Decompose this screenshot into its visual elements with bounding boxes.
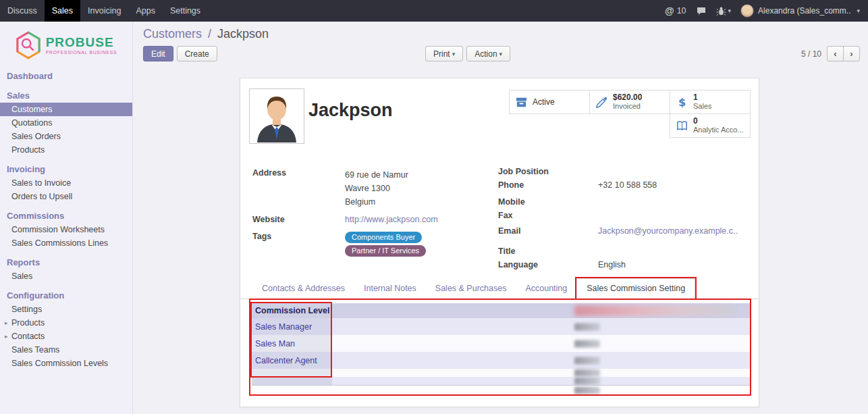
table-row-empty[interactable] <box>252 377 750 385</box>
pager-next-button[interactable]: › <box>843 46 860 61</box>
sidebar-section-dashboard[interactable]: Dashboard <box>0 68 132 83</box>
topbar-menu-apps[interactable]: Apps <box>128 0 163 22</box>
fields-right-column: Job Position Phone +32 10 588 558 Mobile… <box>498 167 749 274</box>
action-dropdown-button[interactable]: Action ▾ <box>466 46 510 61</box>
sidebar-item-label: Products <box>11 318 45 328</box>
table-row-empty[interactable] <box>252 369 750 377</box>
messages-icon[interactable] <box>696 6 707 16</box>
topbar-menu-invoicing[interactable]: Invoicing <box>80 0 128 22</box>
sidebar-item-customers[interactable]: Customers <box>0 103 132 116</box>
table-row[interactable]: Callcenter Agent <box>252 352 750 369</box>
redacted-header-blur <box>574 305 734 316</box>
pager-counter: 5 / 10 <box>801 49 821 59</box>
redacted-value-blur <box>574 369 600 377</box>
topbar-menu-settings[interactable]: Settings <box>163 0 208 22</box>
sidebar-item-sales-teams[interactable]: Sales Teams <box>0 343 132 357</box>
chevron-down-icon: ▾ <box>728 7 732 14</box>
mentions-counter[interactable]: @ 10 <box>665 5 686 16</box>
topbar-menu-discuss[interactable]: Discuss <box>0 0 45 22</box>
commission-level-header[interactable]: Commission Level <box>252 303 332 318</box>
sales-stat-button[interactable]: $ 1 Sales <box>670 90 751 114</box>
sidebar-section-commissions[interactable]: Commissions <box>0 207 132 223</box>
print-action-buttons: Print ▾ Action ▾ <box>425 46 510 61</box>
sidebar-section-configuration[interactable]: Configuration <box>0 287 132 303</box>
sidebar-item-commission-worksheets[interactable]: Commission Worksheets <box>0 223 132 236</box>
main-content: Customers / Jackpson Edit Create Print ▾… <box>133 22 868 414</box>
website-link[interactable]: http://www.jackpson.com <box>345 215 438 226</box>
tab-accounting[interactable]: Accounting <box>516 279 576 299</box>
table-footer-row <box>252 385 750 394</box>
tag-components-buyer[interactable]: Components Buyer <box>345 232 422 243</box>
probuse-logo: PROBUSE PROFESSIONAL BUSINESS <box>0 22 132 68</box>
chevron-down-icon: ▾ <box>452 51 456 57</box>
table-row[interactable]: Sales Man <box>252 335 750 352</box>
notebook-tabs: Contacts & Addresses Internal Notes Sale… <box>240 278 759 299</box>
table-row[interactable]: Sales Manager <box>252 318 750 335</box>
customer-photo[interactable] <box>249 88 304 144</box>
sidebar-item-sales-to-invoice[interactable]: Sales to Invoice <box>0 176 132 190</box>
invoiced-amount: $620.00 <box>613 93 642 102</box>
customer-form-sheet: Jackpson Active <box>240 78 759 407</box>
tab-sales-purchases[interactable]: Sales & Purchases <box>426 279 516 299</box>
sidebar-item-label: Contacts <box>11 332 45 341</box>
probuse-logo-icon <box>16 31 41 59</box>
email-link[interactable]: Jackpson@yourcompany.example.c.. <box>598 226 738 237</box>
topbar-menu-sales[interactable]: Sales <box>45 0 80 22</box>
edit-button[interactable]: Edit <box>143 46 173 61</box>
title-label: Title <box>498 247 598 257</box>
sidebar-section-sales[interactable]: Sales <box>0 87 132 103</box>
tag-partner-it-services[interactable]: Partner / IT Services <box>345 245 426 257</box>
website-label: Website <box>252 215 345 226</box>
debug-bug-icon[interactable]: ▾ <box>716 6 732 16</box>
print-dropdown-button[interactable]: Print ▾ <box>425 46 463 61</box>
user-avatar <box>740 4 754 18</box>
invoiced-stat-button[interactable]: $620.00 Invoiced <box>589 90 670 114</box>
address-street: 69 rue de Namur <box>345 168 408 182</box>
pager-previous-button[interactable]: ‹ <box>827 46 844 61</box>
commission-level-cell: Sales Manager <box>252 318 332 335</box>
job-position-label: Job Position <box>498 167 598 178</box>
sidebar-item-config-contacts[interactable]: ▸ Contacts <box>0 330 132 343</box>
sales-label: Sales <box>693 102 712 111</box>
sidebar-item-sales-commission-levels[interactable]: Sales Commission Levels <box>0 357 132 370</box>
redacted-value-blur <box>574 386 600 394</box>
language-label: Language <box>498 260 598 271</box>
analytic-label: Analytic Acco... <box>693 126 744 134</box>
sidebar-item-products[interactable]: Products <box>0 143 132 157</box>
fields-left-column: Address 69 rue de Namur Wavre 1300 Belgi… <box>252 168 482 259</box>
breadcrumb-customers-link[interactable]: Customers <box>143 27 202 41</box>
tab-sales-commission-setting[interactable]: Sales Commission Setting <box>576 278 695 299</box>
analytic-count: 0 <box>693 117 744 126</box>
sidebar-item-settings[interactable]: Settings <box>0 303 132 316</box>
sidebar-item-reports-sales[interactable]: Sales <box>0 269 132 283</box>
tab-internal-notes[interactable]: Internal Notes <box>354 279 426 299</box>
print-label: Print <box>433 49 450 59</box>
topbar-right: @ 10 ▾ Alexandra (Sales_comm.. ▾ <box>665 0 868 22</box>
expand-arrow-icon: ▸ <box>5 319 11 326</box>
redacted-value-blur <box>574 340 600 347</box>
svg-text:$: $ <box>678 96 686 109</box>
address-country: Belgium <box>345 195 408 209</box>
book-icon <box>676 120 688 132</box>
sidebar-item-sales-orders[interactable]: Sales Orders <box>0 130 132 143</box>
sidebar-section-invoicing[interactable]: Invoicing <box>0 161 132 176</box>
record-title: Jackpson <box>308 100 393 121</box>
sidebar-item-orders-to-upsell[interactable]: Orders to Upsell <box>0 190 132 203</box>
sidebar-item-quotations[interactable]: Quotations <box>0 116 132 130</box>
page: Discuss Sales Invoicing Apps Settings @ … <box>0 0 868 414</box>
mobile-label: Mobile <box>498 197 598 208</box>
chevron-down-icon: ▾ <box>499 51 503 57</box>
address-city: Wavre 1300 <box>345 182 408 195</box>
active-stat-button[interactable]: Active <box>509 90 590 114</box>
create-button[interactable]: Create <box>177 46 217 61</box>
analytic-accounts-stat-button[interactable]: 0 Analytic Acco... <box>670 113 751 138</box>
sidebar-item-config-products[interactable]: ▸ Products <box>0 316 132 330</box>
user-menu[interactable]: Alexandra (Sales_comm.. ▾ <box>740 4 860 18</box>
logo-subtitle: PROFESSIONAL BUSINESS <box>46 50 117 55</box>
tab-contacts-addresses[interactable]: Contacts & Addresses <box>252 279 354 299</box>
sidebar-section-reports[interactable]: Reports <box>0 254 132 269</box>
sidebar-item-sales-commissions-lines[interactable]: Sales Commissions Lines <box>0 236 132 250</box>
breadcrumb: Customers / Jackpson <box>143 27 269 41</box>
expand-arrow-icon: ▸ <box>5 333 11 340</box>
commission-level-cell <box>252 369 332 377</box>
